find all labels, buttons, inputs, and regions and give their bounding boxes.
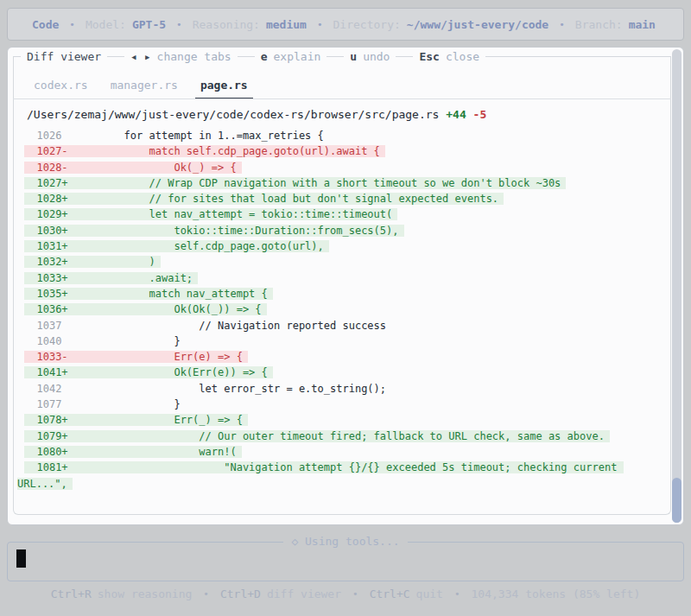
divider-line: [107, 56, 124, 57]
separator-dot: •: [317, 19, 323, 30]
reasoning-label: Reasoning:: [193, 18, 260, 31]
diff-line: 1036+ Ok(Ok(_)) => {: [17, 302, 656, 317]
diff-line: 1035+ match nav_attempt {: [17, 286, 656, 302]
additions-count: +44: [446, 108, 466, 121]
shortcut-quit: Ctrl+C quit: [370, 587, 443, 600]
change-tabs-hint: change tabs: [157, 50, 231, 63]
file-path: /Users/zemaj/www/just-every/code/codex-r…: [27, 108, 439, 121]
separator-dot: •: [69, 19, 75, 30]
diff-line: 1040 }: [17, 333, 656, 349]
composer-input[interactable]: ◇ Using tools...: [7, 542, 684, 581]
status-text: Using tools...: [305, 535, 400, 548]
diff-line: 1029+ let nav_attempt = tokio::time::tim…: [17, 206, 656, 222]
directory-label: Directory:: [333, 18, 401, 31]
shortcut-diff-viewer: Ctrl+D diff viewer: [220, 587, 341, 600]
divider-line: [396, 56, 413, 57]
separator-dot: •: [352, 588, 358, 600]
top-status-bar: Code • Model: GPT-5 • Reasoning: medium …: [7, 8, 684, 41]
file-path-row: /Users/zemaj/www/just-every/code/codex-r…: [27, 108, 486, 121]
diff-line: 1027- match self.cdp_page.goto(url).awai…: [17, 143, 656, 159]
divider-line: [13, 56, 21, 57]
close-key-hint: Esc: [419, 50, 439, 63]
tab-manager-rs[interactable]: manager.rs: [105, 79, 183, 99]
diff-line: 1041+ Ok(Err(e)) => {: [17, 365, 656, 380]
diff-line: 1026 for attempt in 1..=max_retries {: [17, 128, 656, 143]
diff-line: 1028- Ok(_) => {: [17, 160, 656, 175]
model-info: Model: GPT-5: [86, 18, 166, 31]
diff-line: 1033- Err(e) => {: [17, 349, 656, 365]
shortcut-show-reasoning: Ctrl+R show reasoning: [51, 587, 193, 600]
separator-dot: •: [203, 588, 209, 600]
diff-viewer-panel: Diff viewer ◂ ▸ change tabs e explain u …: [7, 47, 684, 525]
tab-page-rs[interactable]: page.rs: [195, 79, 253, 99]
explain-key-hint: e: [261, 50, 268, 63]
divider-line: [485, 56, 671, 57]
diff-line: 1033+ .await;: [17, 270, 656, 286]
diff-line: 1037 // Navigation reported success: [17, 318, 656, 333]
diff-viewer-legend: Diff viewer ◂ ▸ change tabs e explain u …: [13, 50, 671, 63]
app-name: Code: [32, 18, 59, 31]
separator-dot: •: [454, 588, 460, 600]
directory-info: Directory: ~/www/just-every/code: [333, 18, 549, 31]
diff-line: 1027+ // Wrap CDP navigation with a shor…: [17, 175, 656, 191]
status-line: ◇ Using tools...: [8, 535, 683, 548]
divider-line: [238, 56, 255, 57]
diff-line: 1031+ self.cdp_page.goto(url),: [17, 238, 656, 254]
diff-line: 1077 }: [17, 397, 656, 412]
separator-dot: •: [559, 19, 565, 30]
diff-file-tabs: codex.rs manager.rs page.rs: [29, 79, 253, 99]
diff-line: 1078+ Err(_) => {: [17, 412, 656, 428]
diff-line: 1042 let error_str = e.to_string();: [17, 381, 656, 397]
diff-line: 1080+ warn!(: [17, 444, 656, 460]
tab-codex-rs[interactable]: codex.rs: [29, 79, 93, 99]
diamond-icon: ◇: [291, 535, 298, 548]
token-count: 104,334 tokens (85% left): [472, 587, 641, 600]
terminal-screen: Code • Model: GPT-5 • Reasoning: medium …: [0, 0, 691, 616]
model-label: Model:: [86, 18, 126, 31]
diff-line: 1030+ tokio::time::Duration::from_secs(5…: [17, 223, 656, 238]
diff-line: 1028+ // for sites that load but don't s…: [17, 191, 656, 206]
tab-separator-line: [13, 98, 671, 99]
branch-label: Branch:: [575, 18, 623, 31]
explain-label: explain: [274, 50, 321, 63]
footer-bar: Ctrl+R show reasoning • Ctrl+D diff view…: [0, 587, 691, 600]
deletions-count: -5: [473, 108, 487, 121]
text-cursor: [16, 549, 26, 568]
left-right-arrows-icon: ◂ ▸: [130, 50, 150, 63]
model-value: GPT-5: [132, 18, 166, 31]
separator-dot: •: [176, 19, 182, 30]
undo-label: undo: [363, 50, 390, 63]
scrollbar[interactable]: [672, 49, 681, 523]
branch-info: Branch: main: [575, 18, 656, 31]
undo-key-hint: u: [350, 50, 357, 63]
divider-line: [326, 56, 344, 57]
diff-line: 1032+ ): [17, 254, 656, 270]
scrollbar-thumb[interactable]: [672, 478, 681, 523]
diff-line: 1081+ "Navigation attempt {}/{} exceeded…: [17, 460, 656, 492]
diff-viewer-title: Diff viewer: [27, 50, 101, 63]
directory-value: ~/www/just-every/code: [407, 18, 548, 31]
reasoning-info: Reasoning: medium: [193, 18, 307, 31]
diff-content: 1026 for attempt in 1..=max_retries { 10…: [17, 128, 656, 492]
close-label: close: [446, 50, 479, 63]
branch-value: main: [629, 18, 656, 31]
reasoning-value: medium: [266, 18, 307, 31]
diff-line: 1079+ // Our outer timeout fired; fallba…: [17, 429, 656, 444]
